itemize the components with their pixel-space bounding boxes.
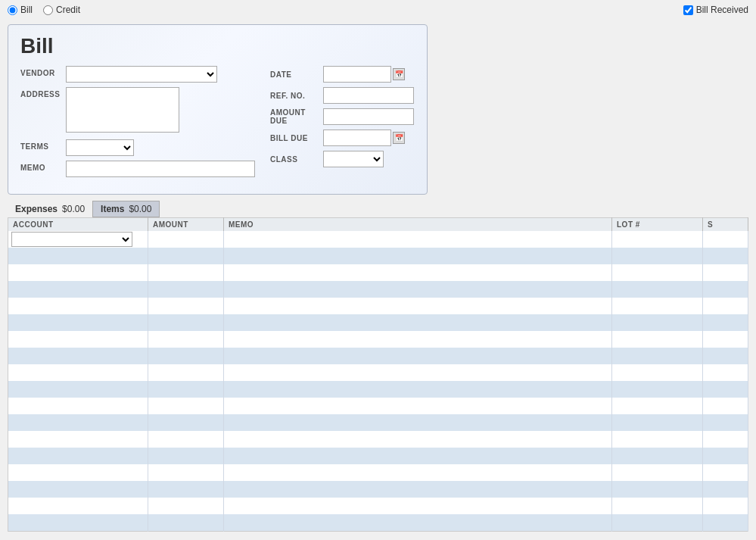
amount-cell-2[interactable] — [148, 264, 224, 281]
lot-cell-10[interactable] — [612, 398, 703, 414]
memo-cell-10[interactable] — [224, 398, 612, 414]
s-cell-16[interactable] — [703, 498, 748, 514]
memo-cell-14[interactable] — [224, 464, 612, 481]
account-cell-3[interactable] — [8, 281, 148, 298]
refno-input[interactable] — [323, 87, 414, 104]
account-cell-14[interactable] — [8, 464, 148, 481]
s-cell-9[interactable] — [703, 381, 748, 398]
amount-cell-3[interactable] — [148, 281, 224, 298]
lot-cell-13[interactable] — [612, 448, 703, 464]
account-cell-5[interactable] — [8, 314, 148, 331]
memo-input[interactable] — [66, 161, 255, 177]
s-cell-2[interactable] — [703, 264, 748, 281]
account-cell-16[interactable] — [8, 498, 148, 514]
lot-cell-0[interactable] — [612, 231, 703, 248]
memo-cell-5[interactable] — [224, 314, 612, 331]
class-select[interactable] — [323, 151, 384, 167]
s-cell-10[interactable] — [703, 398, 748, 414]
amount-cell-16[interactable] — [148, 498, 224, 514]
memo-cell-6[interactable] — [224, 331, 612, 348]
account-cell-11[interactable] — [8, 414, 148, 431]
amount-cell-11[interactable] — [148, 414, 224, 431]
amount-cell-5[interactable] — [148, 314, 224, 331]
lot-cell-9[interactable] — [612, 381, 703, 398]
lot-cell-14[interactable] — [612, 464, 703, 481]
s-cell-12[interactable] — [703, 431, 748, 448]
s-cell-8[interactable] — [703, 364, 748, 381]
bill-received-checkbox[interactable] — [683, 5, 693, 15]
amount-cell-15[interactable] — [148, 481, 224, 498]
account-cell-17[interactable] — [8, 514, 148, 531]
account-cell-9[interactable] — [8, 381, 148, 398]
s-cell-1[interactable] — [703, 248, 748, 264]
tab-items[interactable]: Items $0.00 — [92, 201, 160, 217]
lot-cell-11[interactable] — [612, 414, 703, 431]
amount-cell-17[interactable] — [148, 514, 224, 531]
bill-radio[interactable] — [8, 5, 17, 15]
account-cell-1[interactable] — [8, 248, 148, 264]
address-textarea[interactable] — [66, 87, 179, 133]
lot-cell-12[interactable] — [612, 431, 703, 448]
s-cell-17[interactable] — [703, 514, 748, 531]
s-cell-5[interactable] — [703, 314, 748, 331]
amount-input-0[interactable] — [151, 233, 219, 246]
tab-expenses[interactable]: Expenses $0.00 — [8, 201, 92, 217]
account-cell-8[interactable] — [8, 364, 148, 381]
s-cell-7[interactable] — [703, 348, 748, 364]
account-cell-4[interactable] — [8, 298, 148, 314]
amount-cell-0[interactable] — [148, 231, 224, 248]
date-calendar-icon[interactable]: 📅 — [393, 68, 405, 80]
amount-cell-7[interactable] — [148, 348, 224, 364]
lot-cell-6[interactable] — [612, 331, 703, 348]
amount-cell-12[interactable] — [148, 431, 224, 448]
amount-cell-6[interactable] — [148, 331, 224, 348]
credit-radio-item[interactable]: Credit — [43, 5, 80, 15]
account-select-0[interactable] — [11, 232, 132, 247]
memo-cell-0[interactable] — [224, 231, 612, 248]
memo-cell-16[interactable] — [224, 498, 612, 514]
vendor-select[interactable] — [66, 66, 217, 83]
lot-cell-7[interactable] — [612, 348, 703, 364]
memo-cell-12[interactable] — [224, 431, 612, 448]
memo-cell-7[interactable] — [224, 348, 612, 364]
lot-cell-17[interactable] — [612, 514, 703, 531]
account-cell-15[interactable] — [8, 481, 148, 498]
bill-radio-item[interactable]: Bill — [8, 5, 33, 15]
amount-cell-4[interactable] — [148, 298, 224, 314]
lot-cell-2[interactable] — [612, 264, 703, 281]
account-cell-13[interactable] — [8, 448, 148, 464]
s-cell-14[interactable] — [703, 464, 748, 481]
memo-cell-15[interactable] — [224, 481, 612, 498]
account-cell-7[interactable] — [8, 348, 148, 364]
lot-cell-16[interactable] — [612, 498, 703, 514]
account-cell-10[interactable] — [8, 398, 148, 414]
s-cell-3[interactable] — [703, 281, 748, 298]
amount-cell-10[interactable] — [148, 398, 224, 414]
bill-due-input[interactable]: 03/11/2022 — [323, 130, 391, 146]
lot-cell-4[interactable] — [612, 298, 703, 314]
s-cell-6[interactable] — [703, 331, 748, 348]
lot-cell-8[interactable] — [612, 364, 703, 381]
lot-cell-15[interactable] — [612, 481, 703, 498]
memo-cell-3[interactable] — [224, 281, 612, 298]
lot-cell-1[interactable] — [612, 248, 703, 264]
amount-due-input[interactable]: 0.00 — [323, 108, 414, 125]
amount-cell-14[interactable] — [148, 464, 224, 481]
account-cell-0[interactable] — [8, 231, 148, 248]
s-cell-13[interactable] — [703, 448, 748, 464]
amount-cell-1[interactable] — [148, 248, 224, 264]
account-cell-12[interactable] — [8, 431, 148, 448]
s-cell-4[interactable] — [703, 298, 748, 314]
amount-cell-8[interactable] — [148, 364, 224, 381]
bill-due-calendar-icon[interactable]: 📅 — [393, 132, 405, 144]
amount-cell-13[interactable] — [148, 448, 224, 464]
terms-select[interactable] — [66, 139, 134, 156]
amount-cell-9[interactable] — [148, 381, 224, 398]
s-cell-0[interactable] — [703, 231, 748, 248]
s-cell-11[interactable] — [703, 414, 748, 431]
lot-cell-3[interactable] — [612, 281, 703, 298]
memo-cell-11[interactable] — [224, 414, 612, 431]
memo-cell-4[interactable] — [224, 298, 612, 314]
memo-cell-8[interactable] — [224, 364, 612, 381]
memo-cell-2[interactable] — [224, 264, 612, 281]
